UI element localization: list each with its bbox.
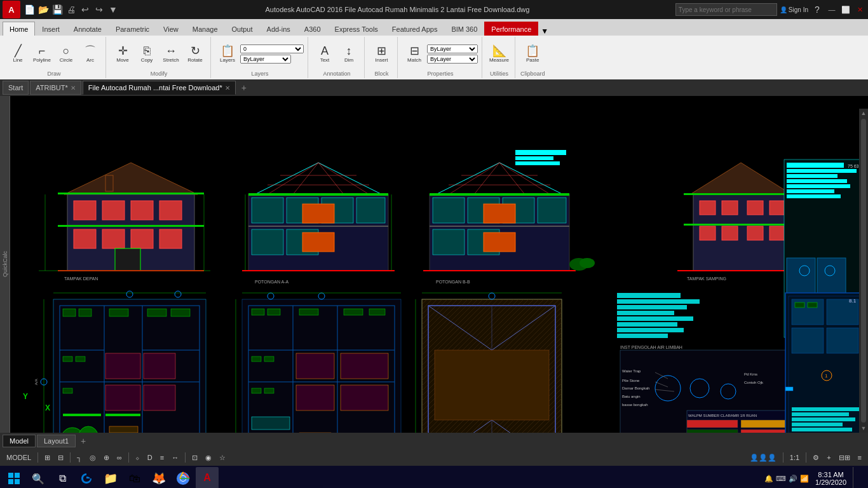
viewport-scale[interactable]: ⚙ — [810, 454, 822, 462]
lineweight-select[interactable]: ByLayer — [427, 55, 478, 64]
taskbar-clock[interactable]: 8:31 AM 1/29/2020 — [811, 471, 850, 486]
windows-taskbar: 🔍 ⧉ 📁 🛍 🦊 A 🔔 ⌨ 🔊 📶 8:31 AM 1/29/2020 — [0, 466, 868, 488]
svg-rect-92 — [747, 226, 763, 240]
svg-rect-261 — [15, 473, 20, 478]
ducs-button[interactable]: ⬦ — [133, 454, 142, 461]
redo-button[interactable]: ↪ — [93, 3, 105, 16]
move-button[interactable]: ✛Move — [111, 43, 134, 65]
osnap-button[interactable]: ⊕ — [101, 454, 112, 462]
file-explorer-button[interactable]: 📁 — [99, 467, 122, 488]
sc-button[interactable]: ◉ — [203, 454, 214, 462]
layers-button[interactable]: 📋Layers — [216, 43, 239, 65]
line-button[interactable]: ╱Line — [6, 43, 29, 65]
match-prop-button[interactable]: ⊟Match — [403, 43, 426, 65]
measure-button[interactable]: 📐Measure — [488, 43, 511, 65]
tab-performance[interactable]: Performance — [484, 22, 538, 36]
person-icons[interactable]: 👤👤👤 — [747, 454, 779, 462]
dimension-button[interactable]: ↕Dim — [337, 43, 360, 65]
taskbar-search-button[interactable]: 🔍 — [27, 467, 50, 488]
tab-insert[interactable]: Insert — [35, 22, 67, 36]
tab-addins[interactable]: Add-ins — [260, 22, 297, 36]
paste-button[interactable]: 📋Paste — [521, 43, 544, 65]
grid-button[interactable]: ⊞ — [42, 454, 53, 462]
close-button[interactable]: ✕ — [854, 4, 865, 15]
tp-button[interactable]: ↔ — [169, 454, 181, 461]
tab-bim360[interactable]: BIM 360 — [444, 22, 484, 36]
ortho-button[interactable]: ┐ — [74, 454, 85, 461]
snap-button[interactable]: ⊟ — [55, 454, 66, 462]
customize-button[interactable]: ≡ — [855, 454, 864, 461]
autocad-logo: A — [3, 1, 20, 18]
svg-rect-203 — [617, 311, 674, 315]
color-select[interactable]: ByLayer — [427, 44, 478, 53]
rotate-button[interactable]: ↻Rotate — [184, 43, 207, 65]
zoom-controls[interactable]: ⊟⊞ — [836, 454, 853, 462]
stretch-button[interactable]: ↔Stretch — [159, 43, 182, 65]
lw-button[interactable]: ≡ — [158, 454, 166, 461]
polar-button[interactable]: ◎ — [87, 454, 98, 462]
qp-button[interactable]: ⊡ — [189, 454, 200, 462]
firefox-button[interactable]: 🦊 — [147, 467, 170, 488]
am-button[interactable]: ☆ — [217, 454, 228, 462]
autocad-taskbar-button[interactable]: A — [196, 467, 219, 488]
restore-button[interactable]: ⬜ — [840, 4, 851, 15]
linetype-select[interactable]: ByLayer — [240, 55, 291, 64]
save-button[interactable]: 💾 — [51, 3, 64, 16]
svg-rect-20 — [159, 201, 182, 220]
task-view-button[interactable]: ⧉ — [51, 467, 74, 488]
doc-tab-main[interactable]: File Autocad Rumah ...ntai Free Download… — [83, 81, 236, 95]
model-tab[interactable]: Model — [3, 435, 36, 447]
tab-parametric[interactable]: Parametric — [109, 22, 156, 36]
new-button[interactable]: 📄 — [23, 3, 36, 16]
svg-rect-164 — [296, 353, 334, 379]
start-button[interactable] — [3, 467, 25, 488]
scroll-down[interactable]: ▼ — [860, 424, 868, 433]
chrome-button[interactable] — [172, 467, 194, 488]
help-icon[interactable]: ? — [811, 3, 824, 16]
tab-manage[interactable]: Manage — [186, 22, 225, 36]
close-atribut[interactable]: ✕ — [71, 85, 76, 92]
qab-more[interactable]: ▼ — [107, 3, 119, 16]
layers-group-label: Layers — [251, 69, 268, 77]
signin-button[interactable]: 👤Sign In — [780, 6, 808, 13]
edge-button[interactable] — [75, 467, 98, 488]
text-button[interactable]: AText — [313, 43, 336, 65]
undo-button[interactable]: ↩ — [79, 3, 92, 16]
doc-tab-atribut[interactable]: ATRIBUT* ✕ — [30, 81, 81, 95]
scroll-up[interactable]: ▲ — [860, 109, 868, 118]
model-status[interactable]: MODEL — [4, 454, 34, 461]
show-desktop-button[interactable] — [853, 467, 865, 488]
v-scrollbar[interactable]: ▲ ▼ — [859, 109, 868, 433]
layout1-tab[interactable]: Layout1 — [37, 435, 76, 447]
dyn-button[interactable]: D — [145, 454, 155, 461]
store-button[interactable]: 🛍 — [123, 467, 146, 488]
tab-dropdown[interactable]: ▼ — [541, 27, 548, 36]
scale-display[interactable]: 1:1 — [787, 454, 802, 461]
close-main[interactable]: ✕ — [225, 85, 230, 92]
tab-output[interactable]: Output — [225, 22, 260, 36]
zoom-plus[interactable]: + — [824, 454, 833, 461]
add-layout-button[interactable]: + — [77, 435, 90, 447]
minimize-button[interactable]: — — [826, 4, 837, 15]
open-button[interactable]: 📂 — [37, 3, 50, 16]
tab-expresstools[interactable]: Express Tools — [328, 22, 385, 36]
tab-annotate[interactable]: Annotate — [67, 22, 109, 36]
layer-select[interactable]: 0 — [240, 44, 304, 53]
insert-block-button[interactable]: ⊞Insert — [370, 43, 393, 65]
doc-tab-add[interactable]: + — [237, 81, 251, 95]
tab-view[interactable]: View — [156, 22, 186, 36]
print-button[interactable]: 🖨 — [65, 3, 78, 16]
tab-home[interactable]: Home — [3, 22, 35, 36]
doc-tab-start[interactable]: Start — [3, 81, 29, 95]
drawing-area[interactable]: [-][Top][2D Wireframe] N E S W TOP — [10, 96, 868, 433]
otrack-button[interactable]: ∞ — [114, 454, 125, 461]
arc-button[interactable]: ⌒Arc — [79, 43, 102, 65]
copy-button[interactable]: ⎘Copy — [135, 43, 158, 65]
tab-featuredapps[interactable]: Featured Apps — [385, 22, 445, 36]
scroll-thumb[interactable] — [861, 119, 866, 423]
polyline-button[interactable]: ⌐Polyline — [31, 43, 53, 65]
circle-button[interactable]: ○Circle — [55, 43, 78, 65]
tab-a360[interactable]: A360 — [297, 22, 328, 36]
quickcalc-panel[interactable]: QuickCalc — [0, 96, 10, 433]
search-input[interactable] — [675, 3, 777, 16]
